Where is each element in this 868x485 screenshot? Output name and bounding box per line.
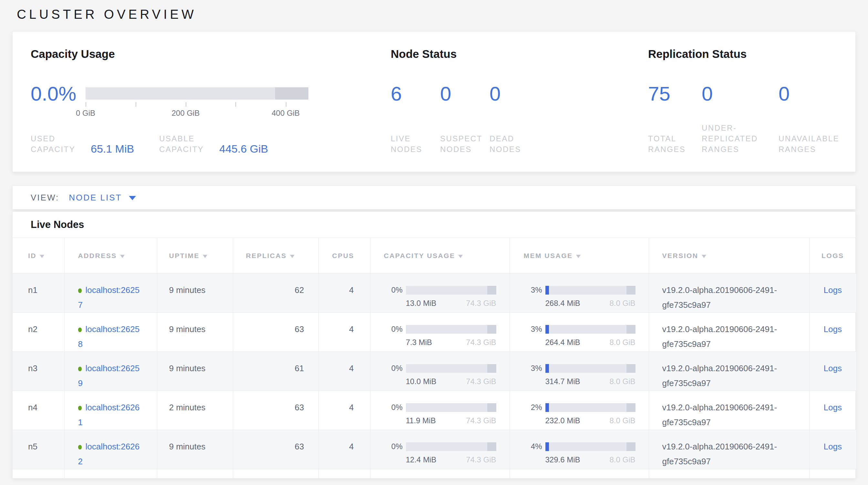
column-header-cpus: CPUS xyxy=(318,238,370,274)
sort-caret-icon xyxy=(702,255,706,258)
logs-link[interactable]: Logs xyxy=(824,403,842,412)
mem-used-value: 314.7 MiB xyxy=(546,376,580,387)
mem-total-value: 8.0 GiB xyxy=(609,376,635,387)
address-link[interactable]: localhost:26259 xyxy=(78,364,140,388)
cell-mem-usage: 4%329.6 MiB8.0 GiB xyxy=(509,430,649,469)
usable-capacity-value: 445.6 GiB xyxy=(219,143,268,155)
cell-uptime: 9 minutes xyxy=(157,313,233,352)
capacity-percent: 0.0% xyxy=(31,83,86,104)
cell-node-id: n3 xyxy=(12,352,64,391)
cell-logs: Logs xyxy=(809,391,856,430)
column-header-version[interactable]: VERSION xyxy=(649,238,809,274)
mem-bar-fill xyxy=(546,364,549,373)
column-header-uptime[interactable]: UPTIME xyxy=(157,238,233,274)
column-header-id[interactable]: ID xyxy=(12,238,64,274)
cell-cpus: 4 xyxy=(318,430,370,469)
tick-label-400: 400 GiB xyxy=(272,109,300,118)
live-nodes-stat: 6 LIVE NODES xyxy=(391,83,440,154)
table-row-n4: n4localhost:262612 minutes6340%11.9 MiB7… xyxy=(12,391,856,430)
cell-capacity-usage: 0%10.0 MiB74.3 GiB xyxy=(370,352,509,391)
capacity-total-value: 74.3 GiB xyxy=(466,376,496,387)
column-header-mem[interactable]: MEM USAGE xyxy=(509,238,649,274)
mem-percent: 3% xyxy=(522,283,542,297)
logs-link[interactable]: Logs xyxy=(824,324,842,334)
mem-bar xyxy=(546,403,636,412)
mem-used-value: 329.6 MiB xyxy=(546,455,580,465)
partial-cell xyxy=(318,469,370,478)
mem-bar-fill xyxy=(546,286,549,294)
view-selected-value: NODE LIST xyxy=(69,193,122,203)
column-header-address[interactable]: ADDRESS xyxy=(64,238,157,274)
used-capacity-stat: USED CAPACITY 65.1 MiB xyxy=(31,133,159,154)
capacity-total-value: 74.3 GiB xyxy=(466,337,496,348)
logs-link[interactable]: Logs xyxy=(824,442,842,451)
cell-node-id: n2 xyxy=(12,313,64,352)
total-ranges-value: 75 xyxy=(648,83,702,104)
column-header-label: CPUS xyxy=(332,252,354,259)
mem-total-value: 8.0 GiB xyxy=(609,298,635,309)
cell-version: v19.2.0-alpha.20190606-2491-gfe735c9a97 xyxy=(649,352,809,391)
capacity-percent: 0% xyxy=(383,361,403,376)
cell-logs: Logs xyxy=(809,313,856,352)
mem-bar-cap xyxy=(626,364,636,373)
dead-nodes-label: DEAD NODES xyxy=(490,133,527,154)
capacity-gauge: 0.0% 0 GiB xyxy=(31,83,308,118)
capacity-gauge-cap xyxy=(275,87,309,99)
live-nodes-table: IDADDRESSUPTIMEREPLICASCPUSCAPACITY USAG… xyxy=(12,238,856,478)
replication-status-section: Replication Status 75 TOTAL RANGES 0 UND… xyxy=(648,47,843,154)
capacity-meter: 0%11.9 MiB74.3 GiB xyxy=(383,400,496,426)
address-link[interactable]: localhost:26258 xyxy=(78,324,140,349)
node-live-dot xyxy=(78,445,82,450)
mem-used-value: 264.4 MiB xyxy=(546,337,580,348)
node-live-dot xyxy=(78,288,82,293)
table-row-n2: n2localhost:262589 minutes6340%7.3 MiB74… xyxy=(12,313,856,352)
mem-meter: 3%314.7 MiB8.0 GiB xyxy=(522,361,636,387)
address-link[interactable]: localhost:26261 xyxy=(78,403,140,427)
mem-bar-cap xyxy=(626,403,636,412)
address-link[interactable]: localhost:26262 xyxy=(78,442,140,466)
capacity-bar xyxy=(406,286,496,294)
sort-caret-icon xyxy=(458,255,463,258)
column-header-capacity[interactable]: CAPACITY USAGE xyxy=(370,238,509,274)
capacity-used-value: 13.0 MiB xyxy=(406,298,437,309)
cell-capacity-usage: 0%12.4 MiB74.3 GiB xyxy=(370,430,509,469)
capacity-percent: 0% xyxy=(383,322,403,337)
capacity-bar xyxy=(406,442,496,451)
usable-capacity-label: USABLE CAPACITY xyxy=(159,133,215,154)
capacity-usage-title: Capacity Usage xyxy=(31,47,391,61)
page-title: CLUSTER OVERVIEW xyxy=(17,7,856,22)
chevron-down-icon xyxy=(129,196,136,200)
cell-logs: Logs xyxy=(809,352,856,391)
capacity-bar xyxy=(406,325,496,334)
tick-label-0: 0 GiB xyxy=(76,109,95,118)
logs-link[interactable]: Logs xyxy=(824,364,842,373)
partial-cell xyxy=(233,469,318,478)
logs-link[interactable]: Logs xyxy=(824,285,842,295)
partial-cell xyxy=(157,469,233,478)
cell-version: v19.2.0-alpha.20190606-2491-gfe735c9a97 xyxy=(649,313,809,352)
cell-replicas: 63 xyxy=(233,391,318,430)
cell-replicas: 61 xyxy=(233,352,318,391)
usable-capacity-stat: USABLE CAPACITY 445.6 GiB xyxy=(159,133,288,154)
capacity-total-value: 74.3 GiB xyxy=(466,298,496,309)
cell-version: v19.2.0-alpha.20190606-2491-gfe735c9a97 xyxy=(649,391,809,430)
capacity-percent: 0% xyxy=(383,283,403,297)
column-header-label: ID xyxy=(28,252,36,259)
column-header-label: UPTIME xyxy=(169,252,199,259)
sort-caret-icon xyxy=(290,255,294,258)
cell-capacity-usage: 0%13.0 MiB74.3 GiB xyxy=(370,274,509,313)
cell-logs: Logs xyxy=(809,430,856,469)
partial-cell xyxy=(64,469,157,478)
cell-version: v19.2.0-alpha.20190606-2491-gfe735c9a97 xyxy=(649,274,809,313)
capacity-meter: 0%7.3 MiB74.3 GiB xyxy=(383,322,496,348)
mem-bar-cap xyxy=(626,325,636,334)
mem-bar-cap xyxy=(626,286,636,294)
address-link[interactable]: localhost:26257 xyxy=(78,285,140,310)
sort-caret-icon xyxy=(40,255,44,258)
column-header-replicas[interactable]: REPLICAS xyxy=(233,238,318,274)
unavailable-ranges-value: 0 xyxy=(779,83,843,104)
total-ranges-label: TOTAL RANGES xyxy=(648,133,685,154)
capacity-usage-section: Capacity Usage 0.0% xyxy=(31,47,391,154)
partial-cell xyxy=(12,469,64,478)
view-selector[interactable]: NODE LIST xyxy=(69,193,136,203)
